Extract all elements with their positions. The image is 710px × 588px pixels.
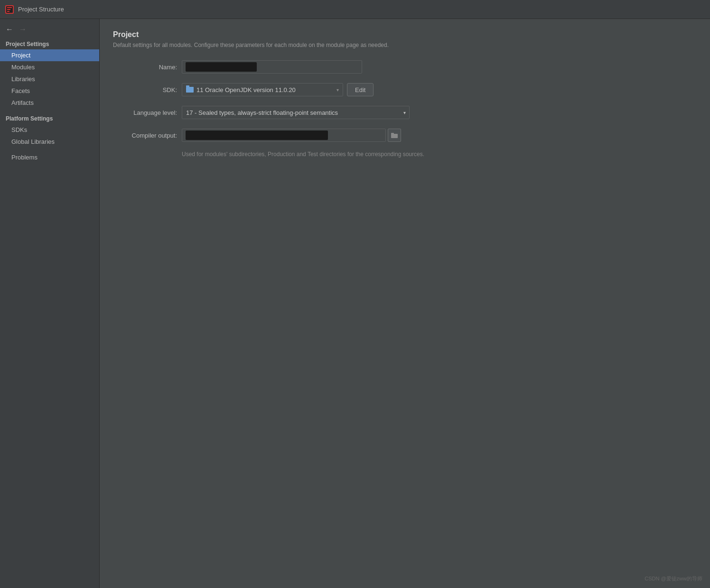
svg-rect-5 [391, 134, 398, 138]
sidebar-item-sdks[interactable]: SDKs [0, 124, 99, 136]
sdk-value: 11 Oracle OpenJDK version 11.0.20 [196, 86, 296, 93]
name-label: Name: [113, 64, 182, 71]
compiler-output-form-row: Compiler output: [113, 128, 697, 142]
svg-rect-3 [7, 9, 10, 10]
language-level-select[interactable]: 17 - Sealed types, always-strict floatin… [182, 106, 410, 119]
sdk-label: SDK: [113, 86, 182, 93]
sidebar-item-modules[interactable]: Modules [0, 61, 99, 73]
sdk-form-row: SDK: 11 Oracle OpenJDK version 11.0.20 ▾… [113, 83, 697, 97]
sdk-select[interactable]: 11 Oracle OpenJDK version 11.0.20 ▾ [182, 83, 343, 96]
forward-button[interactable]: → [17, 25, 28, 34]
name-input-wrapper [182, 60, 362, 74]
sidebar-item-facets-label: Facets [11, 87, 30, 94]
sidebar-item-libraries-label: Libraries [11, 75, 35, 83]
project-settings-section-label: Project Settings [0, 38, 99, 49]
compiler-output-label: Compiler output: [113, 132, 182, 139]
svg-rect-4 [7, 11, 9, 12]
svg-rect-6 [391, 133, 394, 134]
app-icon [5, 5, 14, 14]
page-title: Project [113, 30, 697, 39]
nav-buttons: ← → [0, 23, 99, 38]
sidebar-item-sdks-label: SDKs [11, 126, 27, 133]
platform-settings-section-label: Platform Settings [0, 112, 99, 124]
language-level-form-row: Language level: 17 - Sealed types, alway… [113, 105, 697, 120]
compiler-output-input-wrapper [182, 129, 386, 142]
sidebar-separator [0, 109, 99, 112]
sidebar-item-project-label: Project [11, 52, 30, 59]
title-bar-text: Project Structure [18, 6, 64, 13]
language-level-select-wrapper: 17 - Sealed types, always-strict floatin… [182, 106, 410, 119]
sidebar-item-libraries[interactable]: Libraries [0, 73, 99, 85]
language-level-label: Language level: [113, 109, 182, 116]
edit-sdk-button[interactable]: Edit [347, 83, 374, 96]
watermark: CSDN @爱徒zww的导师 [645, 575, 702, 582]
compiler-output-wrapper [182, 129, 401, 142]
sidebar-item-global-libraries[interactable]: Global Libraries [0, 136, 99, 148]
sidebar-item-artifacts-label: Artifacts [11, 99, 34, 106]
content-area: Project Default settings for all modules… [100, 19, 710, 588]
sidebar-item-project[interactable]: Project [0, 49, 99, 61]
sidebar-separator-2 [0, 148, 99, 151]
page-description: Default settings for all modules. Config… [113, 42, 697, 48]
name-redacted-block [186, 62, 257, 72]
name-form-row: Name: [113, 60, 697, 74]
folder-browse-icon [391, 132, 398, 138]
main-layout: ← → Project Settings Project Modules Lib… [0, 19, 710, 588]
folder-icon [186, 87, 194, 93]
compiler-output-hint: Used for modules' subdirectories, Produc… [182, 151, 697, 158]
sidebar-item-modules-label: Modules [11, 64, 35, 71]
back-button[interactable]: ← [4, 25, 15, 34]
sidebar: ← → Project Settings Project Modules Lib… [0, 19, 100, 588]
sidebar-item-facets[interactable]: Facets [0, 85, 99, 97]
sdk-chevron-icon: ▾ [336, 87, 339, 93]
sidebar-item-problems[interactable]: Problems [0, 151, 99, 163]
sdk-row: 11 Oracle OpenJDK version 11.0.20 ▾ Edit [182, 83, 374, 96]
browse-button[interactable] [388, 129, 401, 142]
svg-rect-2 [7, 7, 12, 8]
compiler-output-redacted-block [186, 131, 328, 140]
sidebar-item-problems-label: Problems [11, 154, 37, 161]
sidebar-item-artifacts[interactable]: Artifacts [0, 97, 99, 109]
title-bar: Project Structure [0, 0, 710, 19]
sidebar-item-global-libraries-label: Global Libraries [11, 138, 55, 145]
